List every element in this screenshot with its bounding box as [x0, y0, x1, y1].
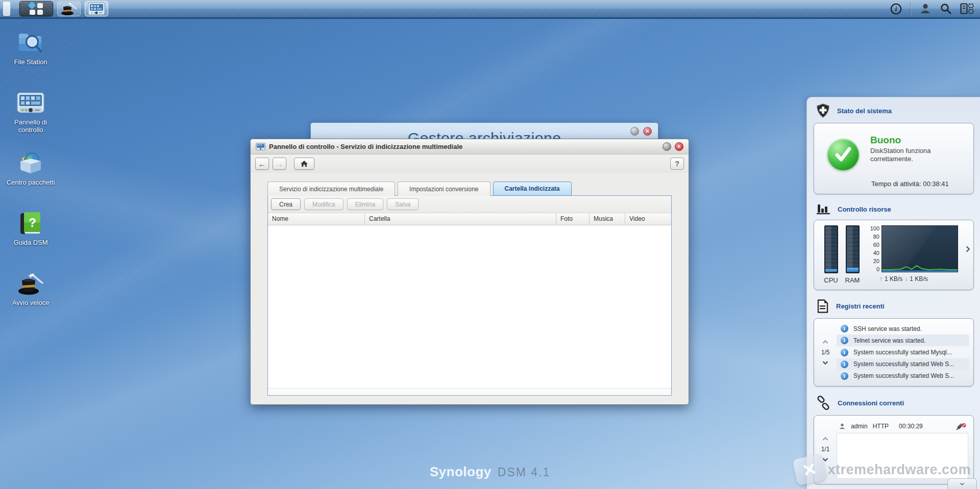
info-log-icon: i — [841, 337, 848, 344]
logs-page-indicator: 1/5 — [821, 349, 830, 356]
column-header-video[interactable]: Video — [625, 213, 671, 225]
delete-button[interactable]: Elimina — [347, 198, 383, 210]
quick-launch-task-button[interactable] — [57, 1, 81, 16]
ram-meter — [846, 225, 860, 273]
expand-resources-chevron-icon[interactable] — [964, 246, 970, 252]
page-up-chevron-icon[interactable] — [822, 436, 828, 442]
window-toolbar: ← → ? — [251, 155, 689, 173]
recent-logs-header: Registri recenti — [807, 293, 980, 317]
network-graph-y-axis: 100 80 60 40 20 0 — [868, 225, 881, 272]
info-log-icon: i — [841, 372, 848, 380]
home-button[interactable] — [294, 158, 314, 170]
table-footer — [268, 388, 671, 395]
column-header-nome[interactable]: Nome — [268, 213, 365, 225]
edit-button[interactable]: Modifica — [304, 198, 344, 210]
column-header-musica[interactable]: Musica — [590, 213, 625, 225]
tab-servizio-indicizzazione[interactable]: Servizio di indicizzazione multimediale — [267, 182, 395, 196]
tab-cartella-indicizzata[interactable]: Cartella indicizzata — [493, 182, 572, 196]
window-titlebar[interactable]: Pannello di controllo - Servizio di indi… — [251, 139, 689, 155]
sidebar-collapse-button[interactable] — [947, 478, 977, 489]
cpu-meter — [824, 225, 838, 273]
tab-impostazioni-conversione[interactable]: Impostazioni conversione — [398, 182, 490, 196]
system-widget-sidebar: Stato del sistema Buono DiskStation funz… — [806, 97, 980, 489]
tab-bar: Servizio di indicizzazione multimediale … — [267, 182, 672, 195]
minimize-button[interactable] — [630, 127, 639, 136]
bar-chart-icon — [816, 203, 830, 215]
magic-hat-icon — [61, 2, 77, 16]
action-bar: Crea Modifica Elimina Salva — [268, 196, 671, 213]
log-row[interactable]: iSSH service was started. — [837, 323, 969, 334]
status-value: Buono — [870, 135, 952, 146]
info-log-icon: i — [841, 361, 848, 368]
table-header: Nome Cartella Foto Musica Video — [268, 213, 671, 225]
connection-protocol: HTTP — [873, 423, 889, 430]
status-description: DiskStation funziona correttamente. — [870, 147, 952, 163]
connection-row[interactable]: admin HTTP 00:30:29 — [837, 420, 968, 433]
control-panel-icon — [256, 143, 265, 150]
connection-duration: 00:30:29 — [899, 423, 923, 430]
column-header-cartella[interactable]: Cartella — [365, 213, 556, 225]
create-button[interactable]: Crea — [271, 198, 301, 210]
control-panel-task-button[interactable] — [85, 1, 108, 16]
uptime-label: Tempo di attività: 00:38:41 — [871, 180, 949, 188]
section-title: Controllo risorse — [838, 205, 891, 213]
current-connections-panel: 1/1 admin HTTP 00:30:29 — [814, 415, 974, 484]
info-log-icon: i — [841, 349, 848, 356]
recent-logs-panel: 1/5 iSSH service was started. iTelnet se… — [814, 318, 974, 387]
log-row[interactable]: iSystem successfully started Web S... — [837, 358, 969, 370]
current-connections-header: Connessioni correnti — [807, 390, 980, 414]
main-menu-button[interactable] — [19, 1, 53, 16]
log-row[interactable]: iTelnet service was started. — [837, 334, 969, 346]
table-body-empty[interactable] — [268, 225, 671, 388]
info-icon[interactable]: i — [890, 3, 902, 15]
desktop-icon-dsm-help[interactable]: ? Guida DSM — [4, 207, 57, 267]
user-icon[interactable] — [919, 3, 932, 15]
log-row[interactable]: iSystem successfully started Mysql... — [837, 346, 969, 358]
section-title: Connessioni correnti — [838, 399, 904, 407]
section-title: Registri recenti — [836, 302, 885, 310]
ram-label: RAM — [845, 276, 860, 284]
forward-button[interactable]: → — [273, 158, 286, 170]
forward-arrow-icon: → — [276, 160, 283, 168]
connections-list-empty[interactable] — [837, 433, 968, 479]
widgets-icon[interactable] — [960, 3, 974, 14]
search-icon[interactable] — [940, 3, 952, 15]
desktop-icon-control-panel[interactable]: Pannello di controllo — [4, 87, 57, 147]
connections-page-indicator: 1/1 — [821, 446, 830, 453]
main-menu-icon — [27, 2, 46, 15]
disconnect-icon[interactable] — [956, 423, 966, 430]
column-header-foto[interactable]: Foto — [556, 213, 590, 225]
control-panel-icon — [88, 2, 105, 15]
network-graph — [881, 225, 958, 272]
connection-user: admin — [851, 423, 868, 430]
desktop-icon-quick-start[interactable]: Avvio veloce — [4, 267, 57, 327]
back-button[interactable]: ← — [255, 158, 269, 170]
desktop-icon-label: Guida DSM — [13, 239, 47, 246]
minimize-button[interactable] — [663, 142, 671, 151]
close-icon[interactable]: × — [643, 127, 652, 136]
status-ok-icon — [827, 139, 859, 170]
desktop-icon-column: File Station Pannello di controllo — [4, 27, 57, 327]
shield-icon — [816, 104, 830, 118]
file-station-icon — [17, 31, 44, 55]
show-desktop-button[interactable] — [3, 2, 10, 16]
save-button[interactable]: Salva — [387, 198, 419, 210]
page-down-chevron-icon[interactable] — [822, 456, 828, 461]
desktop-icon-label: Centro pacchetti — [7, 178, 55, 186]
desktop-icon-file-station[interactable]: File Station — [4, 27, 57, 87]
desktop-icon-label: Avvio veloce — [12, 299, 50, 306]
section-title: Stato del sistema — [837, 107, 892, 115]
collapse-chevron-icon — [960, 481, 964, 485]
link-icon — [816, 396, 830, 410]
log-row[interactable]: iSystem successfully started Web S... — [837, 370, 969, 382]
home-icon — [300, 160, 308, 167]
control-panel-window: Pannello di controllo - Servizio di indi… — [250, 139, 689, 405]
connections-pager: 1/1 — [814, 420, 837, 479]
page-up-chevron-icon[interactable] — [822, 340, 828, 345]
indexed-folder-panel: Crea Modifica Elimina Salva Nome Cartell… — [267, 195, 672, 396]
help-button[interactable]: ? — [670, 158, 684, 170]
page-down-chevron-icon[interactable] — [822, 359, 828, 365]
synology-logo-text: Synology — [430, 464, 492, 480]
desktop-icon-package-center[interactable]: Centro pacchetti — [4, 147, 57, 207]
close-icon[interactable]: × — [675, 142, 683, 151]
